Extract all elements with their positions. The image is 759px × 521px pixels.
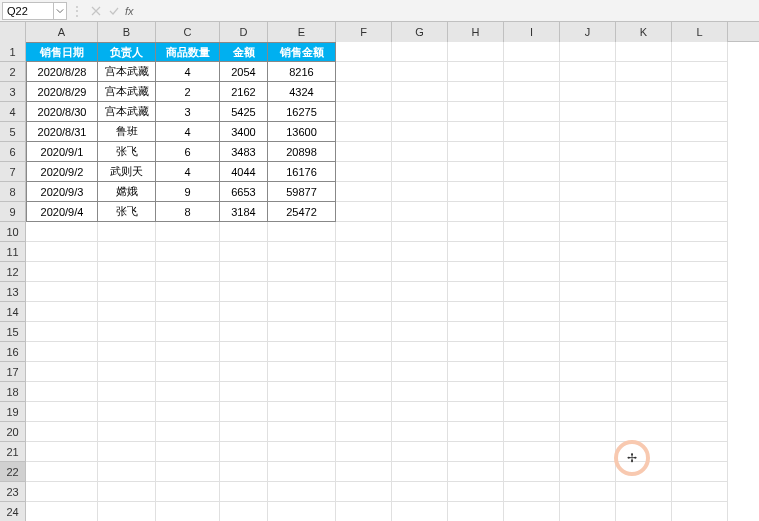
cell[interactable] bbox=[504, 302, 560, 322]
cell[interactable] bbox=[392, 362, 448, 382]
cell[interactable] bbox=[560, 422, 616, 442]
cell[interactable] bbox=[560, 322, 616, 342]
cell[interactable] bbox=[448, 402, 504, 422]
cell[interactable] bbox=[156, 302, 220, 322]
cell[interactable] bbox=[268, 362, 336, 382]
cell[interactable]: 2020/9/4 bbox=[26, 202, 98, 222]
cell[interactable] bbox=[448, 482, 504, 502]
fx-label[interactable]: fx bbox=[125, 5, 134, 17]
cell[interactable] bbox=[672, 382, 728, 402]
cell[interactable] bbox=[616, 242, 672, 262]
spreadsheet-grid[interactable]: ABCDEFGHIJKL 1销售日期负责人商品数量金额销售金额22020/8/2… bbox=[0, 22, 759, 521]
cell[interactable] bbox=[448, 142, 504, 162]
cell[interactable] bbox=[616, 162, 672, 182]
cell[interactable] bbox=[336, 142, 392, 162]
cell[interactable] bbox=[26, 282, 98, 302]
cell[interactable]: 金额 bbox=[220, 42, 268, 62]
cell[interactable] bbox=[448, 202, 504, 222]
row-header[interactable]: 6 bbox=[0, 142, 26, 162]
cell[interactable] bbox=[220, 442, 268, 462]
cell[interactable] bbox=[672, 322, 728, 342]
cell[interactable] bbox=[156, 502, 220, 521]
cell[interactable] bbox=[220, 462, 268, 482]
cell[interactable]: 2162 bbox=[220, 82, 268, 102]
cell[interactable] bbox=[336, 242, 392, 262]
row-header[interactable]: 2 bbox=[0, 62, 26, 82]
cell[interactable] bbox=[616, 302, 672, 322]
cell[interactable] bbox=[156, 342, 220, 362]
cell[interactable] bbox=[220, 362, 268, 382]
name-box-dropdown[interactable] bbox=[53, 2, 67, 20]
cell[interactable] bbox=[448, 442, 504, 462]
cell[interactable] bbox=[392, 382, 448, 402]
cell[interactable] bbox=[560, 162, 616, 182]
cell[interactable] bbox=[336, 422, 392, 442]
cell[interactable] bbox=[98, 482, 156, 502]
cell[interactable] bbox=[672, 302, 728, 322]
cell[interactable] bbox=[220, 502, 268, 521]
cell[interactable] bbox=[560, 202, 616, 222]
cell[interactable] bbox=[156, 282, 220, 302]
cell[interactable] bbox=[336, 482, 392, 502]
cell[interactable] bbox=[98, 462, 156, 482]
cell[interactable] bbox=[672, 102, 728, 122]
cell[interactable] bbox=[616, 382, 672, 402]
cell[interactable]: 8216 bbox=[268, 62, 336, 82]
cell[interactable]: 2020/8/30 bbox=[26, 102, 98, 122]
row-header[interactable]: 20 bbox=[0, 422, 26, 442]
cell[interactable] bbox=[504, 222, 560, 242]
cell[interactable] bbox=[220, 402, 268, 422]
row-header[interactable]: 3 bbox=[0, 82, 26, 102]
cell[interactable] bbox=[392, 342, 448, 362]
cell[interactable] bbox=[504, 82, 560, 102]
cell[interactable]: 4 bbox=[156, 162, 220, 182]
cell[interactable]: 4324 bbox=[268, 82, 336, 102]
row-header[interactable]: 15 bbox=[0, 322, 26, 342]
cell[interactable] bbox=[504, 482, 560, 502]
cell[interactable] bbox=[448, 462, 504, 482]
cell[interactable]: 张飞 bbox=[98, 202, 156, 222]
cell[interactable] bbox=[560, 362, 616, 382]
cell[interactable] bbox=[268, 442, 336, 462]
cell[interactable] bbox=[616, 402, 672, 422]
cell[interactable] bbox=[448, 302, 504, 322]
col-header-I[interactable]: I bbox=[504, 22, 560, 42]
cell[interactable] bbox=[268, 302, 336, 322]
cell[interactable] bbox=[26, 242, 98, 262]
cell[interactable] bbox=[98, 282, 156, 302]
cell[interactable] bbox=[616, 482, 672, 502]
cell[interactable] bbox=[672, 142, 728, 162]
cell[interactable] bbox=[98, 422, 156, 442]
cell[interactable] bbox=[26, 302, 98, 322]
cell[interactable]: 2020/8/29 bbox=[26, 82, 98, 102]
cell[interactable] bbox=[336, 42, 392, 62]
cell[interactable] bbox=[560, 242, 616, 262]
cell[interactable] bbox=[504, 242, 560, 262]
cell[interactable] bbox=[156, 362, 220, 382]
cell[interactable]: 20898 bbox=[268, 142, 336, 162]
cell[interactable] bbox=[220, 322, 268, 342]
cell[interactable] bbox=[560, 62, 616, 82]
cell[interactable] bbox=[26, 362, 98, 382]
cell[interactable] bbox=[26, 462, 98, 482]
cell[interactable] bbox=[156, 442, 220, 462]
cell[interactable] bbox=[98, 242, 156, 262]
cell[interactable] bbox=[98, 302, 156, 322]
cell[interactable]: 3184 bbox=[220, 202, 268, 222]
cell[interactable] bbox=[616, 282, 672, 302]
cell[interactable] bbox=[504, 402, 560, 422]
cell[interactable]: 销售日期 bbox=[26, 42, 98, 62]
cell[interactable]: 4044 bbox=[220, 162, 268, 182]
cell[interactable] bbox=[392, 142, 448, 162]
cell[interactable] bbox=[672, 122, 728, 142]
cell[interactable] bbox=[672, 262, 728, 282]
cell[interactable] bbox=[392, 82, 448, 102]
cell[interactable] bbox=[336, 462, 392, 482]
cell[interactable] bbox=[560, 482, 616, 502]
cell[interactable]: 16176 bbox=[268, 162, 336, 182]
cell[interactable] bbox=[156, 402, 220, 422]
row-header[interactable]: 11 bbox=[0, 242, 26, 262]
cell[interactable] bbox=[26, 402, 98, 422]
cell[interactable] bbox=[448, 102, 504, 122]
cell[interactable] bbox=[448, 502, 504, 521]
